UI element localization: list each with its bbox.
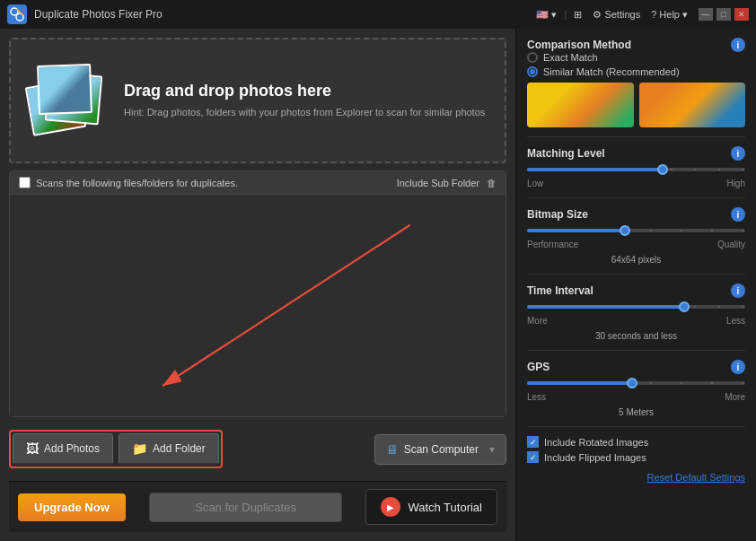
- divider-1: [527, 136, 745, 137]
- gps-thumb[interactable]: [627, 378, 637, 388]
- time-interval-center: 30 seconds and less: [527, 331, 745, 341]
- gps-center: 5 Meters: [527, 407, 745, 417]
- play-icon: ▶: [381, 497, 400, 517]
- reset-link[interactable]: Reset Default Settings: [527, 472, 745, 483]
- app-icon: [7, 4, 27, 24]
- photos-stack: [29, 65, 110, 136]
- scan-checkbox[interactable]: [19, 177, 31, 188]
- time-interval-thumb[interactable]: [679, 301, 690, 312]
- minimize-button[interactable]: —: [699, 8, 713, 21]
- settings-menu[interactable]: ⚙ Settings: [593, 9, 640, 21]
- thumbnail-row: [527, 83, 745, 127]
- matching-level-fill: [527, 168, 663, 171]
- watch-tutorial-button[interactable]: ▶ Watch Tutorial: [365, 489, 497, 525]
- bitmap-size-track[interactable]: [527, 229, 745, 232]
- bottom-bar: Upgrade Now Scan for Duplicates ▶ Watch …: [9, 481, 506, 532]
- exact-match-label: Exact Match: [543, 52, 598, 63]
- include-rotated-checkbox[interactable]: ✓ Include Rotated Images: [527, 436, 745, 448]
- main-container: Drag and drop photos here Hint: Drag pho…: [0, 29, 756, 541]
- similar-match-radio[interactable]: Similar Match (Recommended): [527, 66, 745, 77]
- divider-3: [527, 274, 745, 275]
- matching-info-icon[interactable]: i: [731, 146, 745, 161]
- gps-fill: [527, 381, 632, 385]
- action-bar: 🖼 Add Photos 📁 Add Folder 🖥 Scan Compute…: [9, 424, 506, 474]
- time-interval-track[interactable]: [527, 305, 745, 309]
- bitmap-size-title: Bitmap Size i: [527, 207, 745, 222]
- time-interval-labels: More Less: [527, 316, 745, 326]
- add-folder-icon: 📁: [132, 441, 147, 456]
- left-panel: Drag and drop photos here Hint: Drag pho…: [0, 29, 515, 541]
- folder-header-left: Scans the following files/folders for du…: [19, 177, 238, 188]
- watch-tutorial-label: Watch Tutorial: [408, 501, 482, 514]
- add-folder-label: Add Folder: [153, 442, 206, 455]
- delete-icon[interactable]: 🗑: [487, 178, 497, 188]
- time-interval-title: Time Interval i: [527, 284, 745, 298]
- photo-3: [37, 64, 92, 115]
- flags-area: 🇺🇸 ▾ | ⊞: [536, 9, 582, 21]
- matching-level-track[interactable]: [527, 168, 745, 171]
- matching-level-title: Matching Level i: [527, 146, 745, 161]
- title-bar-left: Duplicate Photos Fixer Pro: [7, 4, 163, 24]
- dropdown-icon: ▾: [489, 443, 495, 456]
- svg-point-1: [16, 13, 23, 21]
- drop-zone-heading: Drag and drop photos here: [124, 82, 485, 100]
- close-button[interactable]: ✕: [734, 8, 749, 21]
- maximize-button[interactable]: □: [716, 8, 731, 21]
- comparison-title: Comparison Method i: [527, 38, 745, 52]
- matching-level-thumb[interactable]: [657, 164, 668, 175]
- bitmap-size-labels: Performance Quality: [527, 240, 745, 249]
- comparison-info-icon[interactable]: i: [731, 38, 745, 52]
- title-bar-right: 🇺🇸 ▾ | ⊞ ⚙ Settings ? Help ▾ — □ ✕: [536, 8, 749, 21]
- gps-info-icon[interactable]: i: [731, 360, 745, 374]
- folder-panel: Scans the following files/folders for du…: [9, 170, 506, 417]
- svg-line-4: [163, 225, 410, 387]
- bitmap-info-icon[interactable]: i: [731, 207, 745, 222]
- right-panel: Comparison Method i Exact Match Similar …: [515, 29, 756, 541]
- exact-match-radio[interactable]: Exact Match: [527, 52, 745, 63]
- highlight-box: 🖼 Add Photos 📁 Add Folder: [9, 430, 223, 468]
- add-photos-label: Add Photos: [44, 442, 100, 455]
- include-flipped-box: ✓: [527, 451, 539, 463]
- time-interval-info-icon[interactable]: i: [731, 284, 745, 298]
- title-menu: ⚙ Settings ? Help ▾: [593, 9, 688, 21]
- matching-level-section: Matching Level i: [527, 146, 745, 188]
- folder-panel-body: [10, 195, 505, 416]
- bitmap-size-center: 64x64 pixels: [527, 255, 745, 265]
- comparison-section: Comparison Method i Exact Match Similar …: [527, 38, 745, 127]
- include-flipped-checkbox[interactable]: ✓ Include Flipped Images: [527, 451, 745, 463]
- time-interval-fill: [527, 305, 684, 309]
- bitmap-size-fill: [527, 229, 625, 232]
- gps-section: GPS i Less More: [527, 360, 745, 417]
- include-rotated-box: ✓: [527, 436, 539, 448]
- scan-label: Scans the following files/folders for du…: [36, 178, 238, 188]
- scan-computer-select[interactable]: 🖥 Scan Computer ▾: [374, 434, 506, 465]
- add-photos-icon: 🖼: [26, 441, 39, 456]
- help-menu[interactable]: ? Help ▾: [651, 9, 688, 21]
- divider-5: [527, 426, 745, 427]
- add-photos-button[interactable]: 🖼 Add Photos: [13, 433, 113, 465]
- scan-button[interactable]: Scan for Duplicates: [149, 493, 342, 522]
- drop-zone-hint: Hint: Drag photos, folders with your pho…: [124, 106, 485, 119]
- comparison-radio-group: Exact Match Similar Match (Recommended): [527, 52, 745, 77]
- upgrade-button[interactable]: Upgrade Now: [18, 493, 126, 521]
- similar-match-label: Similar Match (Recommended): [543, 66, 680, 77]
- gps-labels: Less More: [527, 392, 745, 402]
- gps-track[interactable]: [527, 381, 745, 385]
- drop-zone[interactable]: Drag and drop photos here Hint: Drag pho…: [9, 38, 506, 163]
- thumbnail-2: [639, 83, 746, 127]
- gps-title: GPS i: [527, 360, 745, 374]
- window-controls: — □ ✕: [699, 8, 749, 21]
- scan-computer-label: Scan Computer: [404, 443, 479, 456]
- bitmap-size-thumb[interactable]: [620, 225, 630, 236]
- include-flipped-label: Include Flipped Images: [544, 452, 646, 463]
- bitmap-size-section: Bitmap Size i Performance: [527, 207, 745, 265]
- checkbox-group: ✓ Include Rotated Images ✓ Include Flipp…: [527, 436, 745, 463]
- exact-match-dot: [527, 52, 538, 63]
- drop-zone-text: Drag and drop photos here Hint: Drag pho…: [124, 82, 485, 119]
- window-title: Duplicate Photos Fixer Pro: [34, 8, 163, 21]
- matching-level-labels: Low High: [527, 179, 745, 188]
- thumbnail-1: [527, 83, 634, 127]
- divider-2: [527, 197, 745, 198]
- include-rotated-label: Include Rotated Images: [544, 437, 648, 448]
- add-folder-button[interactable]: 📁 Add Folder: [119, 433, 219, 465]
